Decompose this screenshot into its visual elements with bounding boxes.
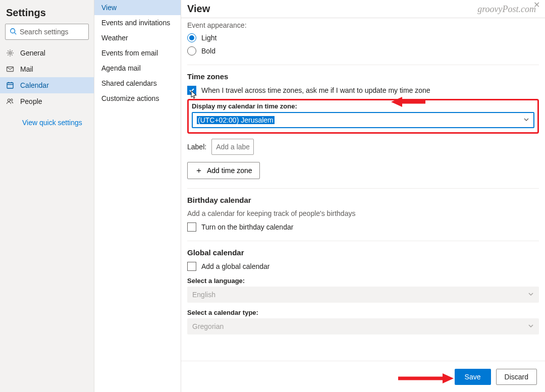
- detail-footer: Save Discard: [181, 361, 545, 392]
- timezone-dropdown[interactable]: (UTC+02:00) Jerusalem: [192, 112, 534, 128]
- settings-subnav-panel: View Events and invitations Weather Even…: [94, 0, 181, 392]
- display-tz-label: Display my calendar in time zone:: [192, 102, 534, 110]
- radio-light-label: Light: [201, 34, 216, 42]
- select-caltype-label: Select a calendar type:: [187, 309, 539, 316]
- nav-label: General: [20, 49, 45, 57]
- close-icon[interactable]: ✕: [533, 0, 540, 10]
- chevron-down-icon: [528, 291, 534, 299]
- nav-mail[interactable]: Mail: [0, 61, 94, 77]
- birthday-subtext: Add a calendar for keeping track of peop…: [187, 209, 539, 217]
- subnav-shared-calendars[interactable]: Shared calendars: [94, 76, 181, 91]
- language-value: English: [192, 291, 215, 299]
- section-divider: [187, 188, 539, 189]
- subnav-agenda-mail[interactable]: Agenda mail: [94, 61, 181, 76]
- detail-scroll-area[interactable]: Event appearance: Light Bold Time zones …: [181, 18, 545, 361]
- subnav-view[interactable]: View: [94, 0, 181, 15]
- global-heading: Global calendar: [187, 248, 539, 257]
- subnav-events-invitations[interactable]: Events and invitations: [94, 15, 181, 30]
- select-language-label: Select a language:: [187, 277, 539, 285]
- gear-icon: [6, 49, 14, 57]
- add-timezone-button[interactable]: ＋ Add time zone: [187, 162, 260, 179]
- settings-title: Settings: [0, 0, 94, 24]
- search-icon: [10, 28, 17, 36]
- settings-nav-panel: Settings General Mail: [0, 0, 94, 392]
- settings-detail-panel: View groovyPost.com ✕ Event appearance: …: [181, 0, 545, 392]
- svg-point-2: [9, 52, 12, 54]
- time-zones-heading: Time zones: [187, 72, 539, 81]
- view-quick-settings-link[interactable]: View quick settings: [0, 109, 94, 127]
- tz-label-input[interactable]: [211, 139, 254, 155]
- nav-label: Mail: [20, 65, 33, 73]
- svg-line-1: [15, 32, 17, 34]
- mail-icon: [6, 65, 14, 73]
- subnav-customize-actions[interactable]: Customize actions: [94, 91, 181, 106]
- detail-header: View groovyPost.com ✕: [181, 0, 545, 18]
- tz-label-label: Label:: [187, 143, 206, 151]
- nav-label: Calendar: [20, 81, 49, 89]
- checkbox-global-label: Add a global calendar: [201, 262, 269, 270]
- add-timezone-label: Add time zone: [207, 166, 252, 175]
- section-divider: [187, 241, 539, 241]
- nav-people[interactable]: People: [0, 93, 94, 109]
- chevron-down-icon: [523, 116, 529, 124]
- caltype-value: Gregorian: [192, 322, 224, 330]
- radio-bold[interactable]: [187, 46, 196, 55]
- watermark-text: groovyPost.com: [477, 4, 536, 15]
- subnav-events-email[interactable]: Events from email: [94, 45, 181, 61]
- detail-title: View: [187, 3, 210, 15]
- nav-general[interactable]: General: [0, 45, 94, 61]
- search-settings-box[interactable]: [5, 24, 89, 40]
- discard-button[interactable]: Discard: [496, 369, 537, 385]
- svg-point-9: [11, 99, 13, 101]
- annotation-arrow-icon: [398, 372, 454, 384]
- svg-point-8: [8, 99, 10, 101]
- birthday-heading: Birthday calendar: [187, 196, 539, 204]
- chevron-down-icon: [528, 322, 534, 330]
- svg-point-0: [11, 28, 15, 33]
- language-dropdown: English: [187, 287, 539, 303]
- checkbox-birthday-label: Turn on the birthday calendar: [201, 223, 293, 231]
- checkbox-birthday-calendar[interactable]: [187, 222, 196, 232]
- radio-bold-label: Bold: [201, 47, 215, 55]
- checkbox-travel-tz[interactable]: [187, 86, 196, 95]
- nav-label: People: [20, 97, 42, 105]
- svg-marker-13: [443, 373, 454, 383]
- radio-light[interactable]: [187, 33, 196, 42]
- timezone-highlight-box: Display my calendar in time zone: (UTC+0…: [187, 99, 539, 134]
- calendar-icon: [6, 81, 14, 89]
- checkbox-global-calendar[interactable]: [187, 262, 196, 271]
- save-button[interactable]: Save: [455, 369, 491, 385]
- timezone-value: (UTC+02:00) Jerusalem: [197, 116, 275, 124]
- nav-calendar[interactable]: Calendar: [0, 77, 94, 93]
- svg-rect-4: [7, 83, 13, 88]
- caltype-dropdown: Gregorian: [187, 318, 539, 334]
- plus-icon: ＋: [195, 166, 203, 175]
- checkbox-travel-tz-label: When I travel across time zones, ask me …: [201, 86, 430, 94]
- event-appearance-heading: Event appearance:: [187, 21, 539, 29]
- people-icon: [6, 97, 14, 105]
- section-divider: [187, 65, 539, 65]
- subnav-weather[interactable]: Weather: [94, 30, 181, 45]
